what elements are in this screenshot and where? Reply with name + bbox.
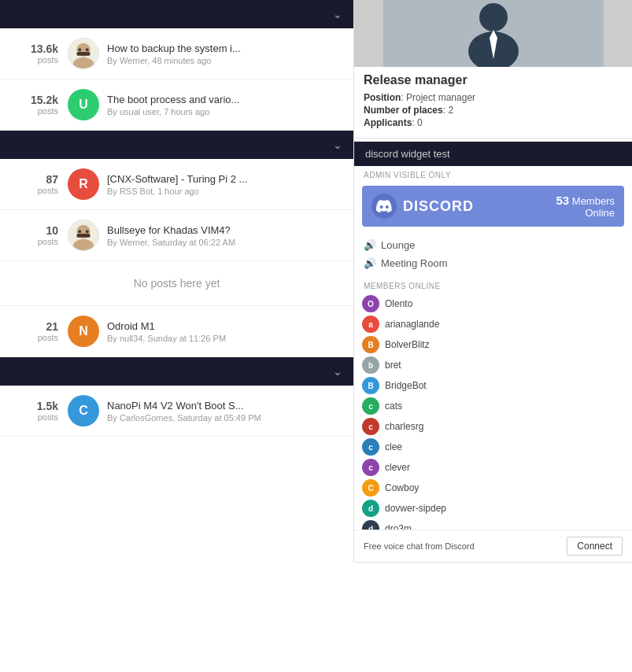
member-item: B BridgeBot	[362, 375, 624, 396]
applicants-label: Applicants	[364, 117, 412, 128]
member-avatar: B	[362, 377, 379, 394]
profile-position: Position: Project manager	[364, 92, 623, 103]
discord-header: discord widget test	[354, 142, 632, 166]
member-avatar: d	[362, 500, 379, 517]
chevron-down-icon: ⌄	[333, 8, 342, 20]
position-label: Position	[364, 92, 401, 103]
discord-wordmark: DISCORD	[403, 198, 474, 215]
post-info: NanoPi M4 V2 Won't Boot S... By CarlosGo…	[107, 400, 342, 423]
position-value: Project manager	[406, 92, 475, 103]
post-count-label: posts	[11, 333, 58, 342]
voice-channel-icon: 🔊	[364, 257, 376, 269]
profile-applicants: Applicants: 0	[364, 117, 623, 128]
post-count: 13.6k posts	[11, 42, 58, 65]
member-item: c charlesrg	[362, 416, 624, 437]
post-count-label: posts	[11, 55, 58, 65]
section-header-2[interactable]: ⌄	[0, 131, 353, 159]
member-avatar: b	[362, 356, 379, 374]
member-avatar: c	[362, 459, 379, 476]
discord-member-count: 53 Members Online	[556, 194, 615, 219]
post-row[interactable]: 87 posts R [CNX-Software] - Turing Pi 2 …	[0, 159, 353, 210]
svg-point-10	[78, 230, 81, 233]
member-item: d dro3m	[362, 519, 624, 530]
svg-rect-3	[76, 52, 90, 56]
member-name: clever	[385, 462, 410, 473]
member-avatar: B	[362, 336, 379, 353]
member-name: dro3m	[385, 523, 412, 530]
chevron-down-icon: ⌄	[333, 138, 342, 151]
svg-point-11	[86, 230, 89, 233]
post-count-value: 21	[11, 320, 58, 333]
places-label: Number of places	[364, 105, 443, 116]
profile-image	[354, 0, 632, 67]
discord-logo: DISCORD	[371, 194, 474, 219]
post-info: [CNX-Software] - Turing Pi 2 ... By RSS …	[107, 173, 342, 196]
member-name: clee	[385, 441, 402, 452]
post-title: Odroid M1	[107, 320, 342, 332]
channel-item-meeting[interactable]: 🔊 Meeting Room	[364, 254, 623, 272]
member-name: charlesrg	[385, 421, 423, 432]
profile-name: Release manager	[364, 73, 623, 87]
avatar: C	[68, 395, 99, 426]
post-title: The boot process and vario...	[107, 94, 342, 105]
post-info: Odroid M1 By null34, Sunday at 11:26 PM	[107, 320, 342, 343]
post-meta: By Werner, Saturday at 06:22 AM	[107, 238, 342, 247]
connect-button[interactable]: Connect	[567, 537, 623, 556]
section-header-1[interactable]: ⌄	[0, 0, 353, 28]
avatar: N	[68, 316, 99, 347]
avatar: U	[68, 89, 99, 120]
voice-channel-icon: 🔊	[364, 239, 376, 251]
profile-places: Number of places: 2	[364, 105, 623, 116]
chevron-down-icon: ⌄	[333, 365, 342, 378]
member-avatar: a	[362, 316, 379, 333]
left-column: ⌄ 13.6k posts How to backup the system i…	[0, 0, 354, 563]
members-online-label: MEMBERS ONLINE	[354, 279, 632, 294]
member-name: bret	[385, 360, 401, 371]
post-meta: By CarlosGomes, Saturday at 05:49 PM	[107, 413, 342, 423]
no-posts-message: No posts here yet	[0, 261, 353, 306]
member-avatar: C	[362, 479, 379, 497]
post-count-value: 15.2k	[11, 94, 58, 106]
applicants-value: 0	[417, 117, 423, 128]
member-name: arianaglande	[385, 319, 439, 330]
member-name: dovwer-sipdep	[385, 503, 446, 514]
post-row[interactable]: 10 posts Bullseye for Khadas VIM4? By We…	[0, 210, 353, 261]
avatar: R	[68, 168, 99, 200]
post-meta: By RSS Bot, 1 hour ago	[107, 186, 342, 196]
member-avatar: c	[362, 418, 379, 435]
post-title: How to backup the system i...	[107, 42, 342, 54]
member-name: BolverBlitz	[385, 339, 430, 350]
member-item: c clee	[362, 437, 624, 457]
discord-widget-box[interactable]: DISCORD 53 Members Online	[362, 186, 624, 227]
post-info: The boot process and vario... By usual u…	[107, 94, 342, 116]
member-item: B BolverBlitz	[362, 334, 624, 355]
main-layout: ⌄ 13.6k posts How to backup the system i…	[0, 0, 632, 563]
svg-point-5	[86, 48, 89, 51]
post-count: 15.2k posts	[11, 94, 58, 116]
member-item: d dovwer-sipdep	[362, 498, 624, 519]
post-count-label: posts	[11, 106, 58, 116]
free-voice-bar: Free voice chat from Discord Connect	[354, 530, 632, 562]
post-title: Bullseye for Khadas VIM4?	[107, 224, 342, 236]
member-name: BridgeBot	[385, 380, 427, 391]
post-meta: By usual user, 7 hours ago	[107, 107, 342, 116]
channel-item-lounge[interactable]: 🔊 Lounge	[364, 236, 623, 254]
member-name: Cowboy	[385, 482, 419, 493]
member-avatar: c	[362, 397, 379, 415]
section-header-3[interactable]: ⌄	[0, 357, 353, 386]
post-row[interactable]: 13.6k posts How to backup the system i..…	[0, 28, 353, 79]
member-item: b bret	[362, 355, 624, 375]
post-count-label: posts	[11, 186, 58, 195]
post-count-value: 10	[11, 224, 58, 237]
channel-name: Lounge	[381, 239, 415, 251]
post-row[interactable]: 21 posts N Odroid M1 By null34, Sunday a…	[0, 306, 353, 357]
post-count-label: posts	[11, 237, 58, 246]
post-row[interactable]: 15.2k posts U The boot process and vario…	[0, 79, 353, 131]
post-title: [CNX-Software] - Turing Pi 2 ...	[107, 173, 342, 185]
post-row[interactable]: 1.5k posts C NanoPi M4 V2 Won't Boot S..…	[0, 386, 353, 437]
svg-rect-9	[76, 234, 90, 238]
member-name: Olento	[385, 298, 412, 309]
admin-only-label: ADMIN VISIBLE ONLY	[354, 166, 632, 183]
member-name: cats	[385, 401, 402, 412]
svg-point-4	[78, 48, 81, 51]
